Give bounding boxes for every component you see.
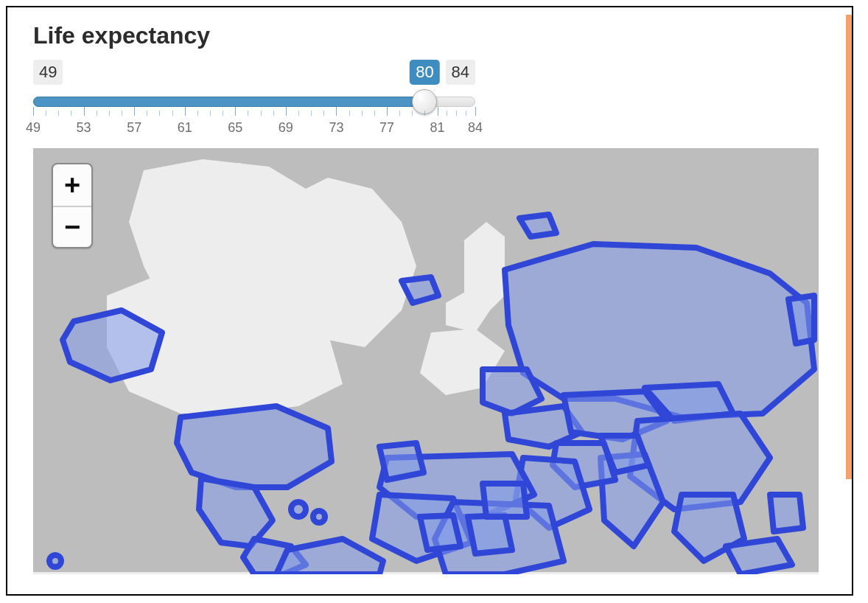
- svg-point-1: [313, 511, 325, 523]
- slider-tick-label: 73: [329, 120, 343, 136]
- slider-tick-label: 49: [26, 120, 41, 136]
- svg-point-2: [49, 555, 61, 567]
- slider-value-tooltip: 80: [410, 60, 439, 85]
- slider-track-fill: [33, 97, 424, 107]
- world-map[interactable]: + −: [33, 148, 819, 574]
- slider-tick-label: 81: [430, 120, 445, 136]
- slider-tick-label: 61: [178, 120, 192, 136]
- life-expectancy-slider[interactable]: 49 84 80 49535761656973778184: [33, 60, 475, 104]
- slider-max-label: 84: [446, 60, 475, 85]
- map-svg: [33, 148, 819, 574]
- slider-tick-label: 57: [127, 120, 141, 136]
- slider-tick-label: 65: [228, 120, 242, 136]
- zoom-out-button[interactable]: −: [53, 206, 91, 247]
- slider-tick-label: 53: [77, 120, 91, 136]
- slider-tick-label: 77: [379, 120, 394, 136]
- slider-min-label: 49: [33, 60, 63, 85]
- svg-point-0: [291, 502, 306, 517]
- zoom-control: + −: [52, 163, 93, 248]
- page-title: Life expectancy: [33, 22, 826, 49]
- side-accent-bar: [846, 15, 852, 479]
- slider-ticks: 49535761656973778184: [33, 107, 475, 136]
- slider-tick-label: 69: [279, 120, 293, 136]
- slider-tick-label: 84: [468, 120, 483, 136]
- zoom-in-button[interactable]: +: [53, 164, 91, 206]
